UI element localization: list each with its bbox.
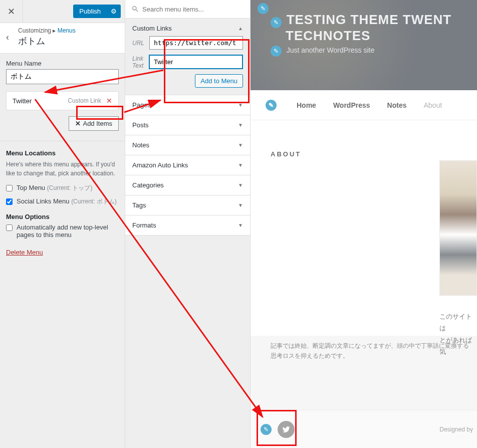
- location-top-menu[interactable]: Top Menu (Current: トップ): [6, 184, 119, 192]
- nav-notes[interactable]: Notes: [387, 101, 407, 109]
- about-image: [439, 160, 477, 296]
- location-top-hint: (Current: トップ): [47, 184, 93, 191]
- menu-item-type: Custom Link: [68, 97, 101, 104]
- section-heading-row: ‹ Customizing ▸ Menus ボトム: [0, 23, 125, 54]
- breadcrumb-sep: ▸: [53, 27, 56, 34]
- custom-links-body: URL Link Text Add to Menu: [125, 36, 250, 95]
- twitter-icon: [282, 425, 290, 433]
- footer-paragraph: 記事では終始、断定調の文章になってますが、頭の中で丁寧語に変換する思考ロスを抑え…: [271, 341, 471, 361]
- section-title: ボトム: [18, 35, 76, 47]
- chevron-down-icon: ▼: [238, 142, 243, 148]
- accordion-label: Notes: [132, 141, 238, 149]
- items-search-row: [125, 0, 250, 19]
- nav-wordpress[interactable]: WordPress: [333, 101, 370, 109]
- accordion-amazon-auto-links[interactable]: Amazon Auto Links▼: [125, 155, 250, 175]
- menu-name-input[interactable]: [6, 69, 119, 84]
- location-social-menu[interactable]: Social Links Menu (Current: ボトム): [6, 197, 119, 206]
- accordion-label: Formats: [132, 221, 238, 229]
- menu-name-label: Menu Name: [6, 60, 119, 67]
- accordion: Custom Links ▲ URL Link Text Add to Menu…: [125, 19, 250, 236]
- edit-shortcut-icon[interactable]: ✎: [271, 46, 282, 57]
- accordion-label: Pages: [132, 101, 238, 109]
- hero: ✎ ✎ TESTING THEME TWENT TECHNOTES ✎ Just…: [251, 0, 477, 90]
- accordion-label: Categories: [132, 181, 238, 189]
- site-title-line2: TECHNOTES: [286, 28, 477, 44]
- site-tagline: Just another WordPress site: [287, 46, 375, 54]
- remove-icon[interactable]: ✕: [106, 97, 112, 105]
- publish-settings-button[interactable]: ⚙: [107, 5, 121, 18]
- breadcrumb-parent-link[interactable]: Menus: [58, 27, 76, 34]
- social-twitter-link[interactable]: [278, 421, 295, 438]
- designed-by: Designed by: [439, 426, 473, 433]
- url-field-label: URL: [132, 40, 149, 47]
- chevron-down-icon: ▼: [238, 102, 243, 108]
- accordion-notes[interactable]: Notes▼: [125, 135, 250, 155]
- accordion-custom-links[interactable]: Custom Links ▲: [125, 19, 250, 36]
- social-footer: ✎ Designed by: [251, 410, 477, 448]
- option-auto-add-checkbox[interactable]: [6, 225, 13, 231]
- customizer-header: ✕ Publish ⚙: [0, 0, 125, 23]
- custom-link-text-input[interactable]: [149, 55, 243, 69]
- edit-shortcut-icon[interactable]: ✎: [271, 17, 282, 28]
- accordion-formats[interactable]: Formats▼: [125, 215, 250, 236]
- publish-button[interactable]: Publish: [73, 5, 107, 18]
- location-social-label: Social Links Menu: [17, 197, 70, 205]
- accordion-posts[interactable]: Posts▼: [125, 115, 250, 135]
- accordion-label: Tags: [132, 201, 238, 209]
- breadcrumb: Customizing ▸ Menus: [18, 27, 76, 34]
- add-items-label: Add Items: [83, 120, 112, 127]
- site-preview: ✎ ✎ TESTING THEME TWENT TECHNOTES ✎ Just…: [251, 0, 477, 448]
- menu-locations-heading: Menu Locations: [6, 149, 119, 157]
- location-top-checkbox[interactable]: [6, 185, 13, 191]
- back-button[interactable]: ‹: [6, 32, 18, 43]
- gear-icon: ⚙: [111, 8, 117, 15]
- customizer-body: Menu Name Twitter Custom Link ✕ ✕Add Ite…: [0, 54, 125, 448]
- menu-options-heading: Menu Options: [6, 213, 119, 220]
- chevron-up-icon: ▲: [238, 26, 243, 31]
- customizer-pane: ✕ Publish ⚙ ‹ Customizing ▸ Menus ボトム Me…: [0, 0, 125, 448]
- add-items-button[interactable]: ✕Add Items: [69, 116, 119, 131]
- accordion-tags[interactable]: Tags▼: [125, 195, 250, 215]
- delete-menu-link[interactable]: Delete Menu: [6, 249, 43, 256]
- add-to-menu-button[interactable]: Add to Menu: [195, 74, 243, 88]
- chevron-down-icon: ▼: [238, 182, 243, 188]
- accordion-pages[interactable]: Pages▼: [125, 95, 250, 115]
- available-items-panel: Custom Links ▲ URL Link Text Add to Menu…: [125, 0, 251, 448]
- menu-item-twitter[interactable]: Twitter Custom Link ✕: [6, 91, 119, 110]
- search-icon: [131, 5, 139, 13]
- about-heading: ABOUT: [271, 150, 477, 158]
- menu-locations-desc: Here's where this menu appears. If you'd…: [6, 160, 119, 178]
- accordion-categories[interactable]: Categories▼: [125, 175, 250, 195]
- location-social-hint: (Current: ボトム): [71, 198, 117, 205]
- edit-shortcut-icon[interactable]: ✎: [258, 3, 269, 14]
- location-top-label: Top Menu: [17, 184, 45, 191]
- edit-shortcut-icon[interactable]: ✎: [266, 100, 277, 111]
- about-text-line: このサイトは: [439, 311, 477, 334]
- site-title: TESTING THEME TWENT: [287, 12, 452, 27]
- location-social-checkbox[interactable]: [6, 198, 13, 205]
- close-icon: ✕: [75, 120, 81, 127]
- chevron-down-icon: ▼: [238, 202, 243, 208]
- chevron-down-icon: ▼: [238, 162, 243, 168]
- option-auto-add-label: Automatically add new top-level pages to…: [17, 223, 119, 239]
- items-search-input[interactable]: [142, 6, 244, 13]
- accordion-label: Posts: [132, 121, 238, 129]
- nav-about[interactable]: About: [423, 101, 442, 109]
- accordion-custom-links-label: Custom Links: [132, 25, 238, 32]
- primary-nav: ✎ Home WordPress Notes About: [251, 90, 477, 120]
- nav-home[interactable]: Home: [297, 101, 316, 109]
- custom-link-url-input[interactable]: [149, 36, 243, 50]
- option-auto-add[interactable]: Automatically add new top-level pages to…: [6, 223, 119, 239]
- menu-item-title: Twitter: [13, 97, 68, 105]
- linktext-field-label: Link Text: [132, 55, 149, 69]
- chevron-down-icon: ▼: [238, 122, 243, 128]
- breadcrumb-prefix: Customizing: [18, 27, 51, 34]
- chevron-down-icon: ▼: [238, 222, 243, 228]
- accordion-label: Amazon Auto Links: [132, 161, 238, 169]
- edit-shortcut-icon[interactable]: ✎: [261, 424, 272, 435]
- close-button[interactable]: ✕: [0, 0, 23, 23]
